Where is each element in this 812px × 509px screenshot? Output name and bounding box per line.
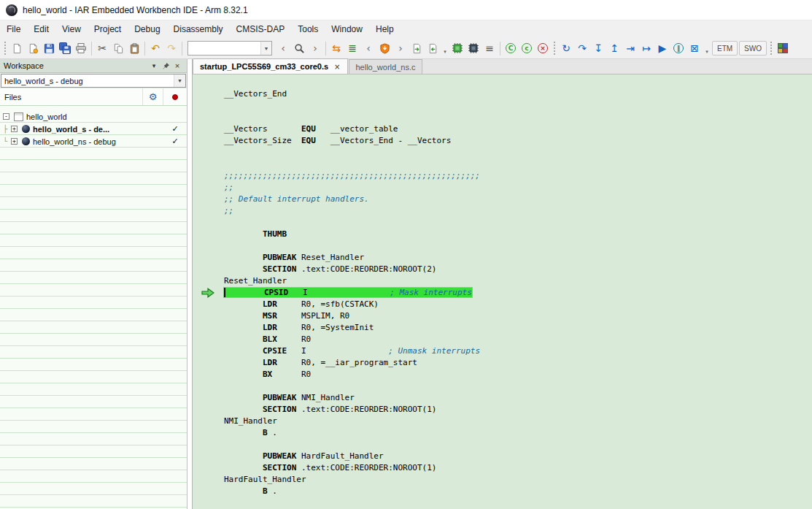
print-icon[interactable] <box>73 40 89 56</box>
redo-icon[interactable]: ↷ <box>163 40 179 56</box>
configuration-combobox-value: hello_world_s - debug <box>1 77 174 85</box>
previous-bookmark-icon[interactable]: ‹ <box>360 40 376 56</box>
find-icon[interactable] <box>291 40 307 56</box>
pin-icon[interactable] <box>160 61 171 72</box>
paste-icon[interactable] <box>126 40 142 56</box>
menu-edit[interactable]: Edit <box>27 20 55 38</box>
tree-row[interactable]: └+hello_world_ns - debug✓ <box>0 135 187 148</box>
toolbar-separator <box>500 42 500 56</box>
menu-debug[interactable]: Debug <box>128 20 166 38</box>
code-line: MSR MSPLIM, R0 <box>224 310 812 322</box>
next-bookmark-icon[interactable]: › <box>393 40 409 56</box>
code-line <box>224 77 812 88</box>
cstat-analyze-icon[interactable]: C <box>503 40 519 56</box>
code-line: __Vectors EQU __vector_table <box>224 123 812 135</box>
tree-row[interactable]: -hello_world <box>0 110 187 123</box>
menu-bar: FileEditViewProjectDebugDisassemblyCMSIS… <box>0 20 812 38</box>
menu-window[interactable]: Window <box>325 20 369 38</box>
run-to-cursor-icon[interactable]: ↦ <box>638 40 654 56</box>
code-area[interactable]: __Vectors_End__Vectors EQU __vector_tabl… <box>193 74 812 509</box>
toolbar-overflow-button[interactable]: ▾ <box>441 40 449 56</box>
code-line <box>224 112 812 123</box>
navigate-backward-icon[interactable]: ‹ <box>275 40 291 56</box>
close-tab-icon[interactable]: × <box>334 63 340 71</box>
code-line: SECTION .text:CODE:REORDER:NOROOT(1) <box>224 462 812 474</box>
toolbar-grip[interactable] <box>770 41 773 56</box>
configuration-combobox[interactable]: hello_world_s - debug ▼ <box>1 74 186 88</box>
copy-icon[interactable] <box>110 40 126 56</box>
code-line: PUBWEAK NMI_Handler <box>224 392 812 404</box>
quick-search-combobox-input[interactable] <box>188 44 260 53</box>
menu-project[interactable]: Project <box>88 20 128 38</box>
current-statement-highlight: CPSID I ; Mask interrupts <box>224 288 472 297</box>
navigate-forward-icon[interactable]: › <box>307 40 323 56</box>
workspace-panel-title: Workspace <box>4 61 148 70</box>
panel-menu-icon[interactable]: ▾ <box>148 61 160 72</box>
stop-build-icon[interactable]: × <box>535 40 551 56</box>
save-all-icon[interactable] <box>57 40 73 56</box>
menu-help[interactable]: Help <box>369 20 401 38</box>
code-line: ;; <box>224 182 812 194</box>
tree-connector: ├ <box>3 125 11 133</box>
swo-button[interactable]: SWO <box>739 41 767 56</box>
step-over-icon[interactable]: ↷ <box>574 40 590 56</box>
cstat-report-icon[interactable]: c <box>519 40 535 56</box>
tree-expander-icon[interactable]: + <box>11 126 18 132</box>
goto-declaration-icon[interactable] <box>409 40 425 56</box>
tree-expander-icon[interactable]: - <box>3 113 9 120</box>
step-out-icon[interactable]: ↥ <box>606 40 622 56</box>
toolbar-overflow-button[interactable]: ▾ <box>703 40 711 56</box>
toolbar-grip[interactable] <box>4 41 7 56</box>
files-header-label: Files <box>0 88 143 105</box>
tab-hello-world-ns-c[interactable]: hello_world_ns.c <box>349 59 423 74</box>
quick-search-combobox[interactable]: ▼ <box>187 41 272 56</box>
undo-icon[interactable]: ↶ <box>147 40 163 56</box>
break-icon[interactable]: ‖ <box>670 40 687 56</box>
new-document-icon[interactable] <box>9 40 25 56</box>
code-line <box>224 380 812 392</box>
menu-view[interactable]: View <box>55 20 88 38</box>
code-line: LDR R0, =__iar_program_start <box>224 357 812 369</box>
chevron-down-icon[interactable]: ▼ <box>174 74 185 87</box>
batch-build-icon[interactable]: ≡ <box>482 40 498 56</box>
code-line: CPSIE I ; Unmask interrupts <box>224 345 812 357</box>
reset-icon[interactable]: ↻ <box>558 40 574 56</box>
next-statement-icon[interactable]: ⇥ <box>622 40 638 56</box>
tab-startup-LPC55S69-cm33-core0-s[interactable]: startup_LPC55S69_cm33_core0.s× <box>193 58 348 74</box>
etm-button[interactable]: ETM <box>712 41 738 56</box>
files-column-header: Files ⚙ <box>0 88 187 106</box>
step-into-icon[interactable]: ↧ <box>590 40 606 56</box>
tree-item-label: hello_world_s - de... <box>33 125 163 134</box>
menu-disassembly[interactable]: Disassembly <box>167 20 230 38</box>
editor[interactable]: __Vectors_End__Vectors EQU __vector_tabl… <box>193 74 812 509</box>
go-icon[interactable]: ▶ <box>654 40 670 56</box>
cut-icon[interactable]: ✂ <box>94 40 110 56</box>
goto-definition-icon[interactable] <box>425 40 441 56</box>
download-icon[interactable] <box>376 40 393 56</box>
files-tree[interactable]: -hello_world├+hello_world_s - de...✓└+he… <box>0 106 187 509</box>
flash-memory-icon[interactable] <box>775 40 791 56</box>
stop-debugging-icon[interactable]: ⊠ <box>687 40 703 56</box>
menu-tools[interactable]: Tools <box>291 20 325 38</box>
code-line <box>224 217 812 229</box>
save-icon[interactable] <box>41 40 57 56</box>
code-line: BLX R0 <box>224 334 812 345</box>
tree-row[interactable]: ├+hello_world_s - de...✓ <box>0 123 187 135</box>
menu-file[interactable]: File <box>0 20 27 38</box>
chevron-down-icon[interactable]: ▼ <box>260 42 271 55</box>
title-bar: hello_world - IAR Embedded Workbench IDE… <box>0 0 812 20</box>
goto-bookmark-icon[interactable]: ≣ <box>344 40 360 56</box>
toolbar-grip[interactable] <box>553 41 556 56</box>
code-line: ;;;;;;;;;;;;;;;;;;;;;;;;;;;;;;;;;;;;;;;;… <box>224 170 812 182</box>
red-dot-icon <box>172 94 178 100</box>
app-icon <box>6 4 18 16</box>
compile-icon[interactable] <box>465 40 482 56</box>
find-next-previous-icon[interactable]: ⇆ <box>328 40 344 56</box>
make-icon[interactable] <box>449 40 465 56</box>
tree-expander-icon[interactable]: + <box>11 138 18 145</box>
close-panel-icon[interactable]: × <box>171 61 183 72</box>
open-document-icon[interactable] <box>25 40 41 56</box>
menu-cmsis-dap[interactable]: CMSIS-DAP <box>230 20 292 38</box>
tree-item-label: hello_world <box>26 112 163 121</box>
gear-icon[interactable]: ⚙ <box>143 88 163 105</box>
